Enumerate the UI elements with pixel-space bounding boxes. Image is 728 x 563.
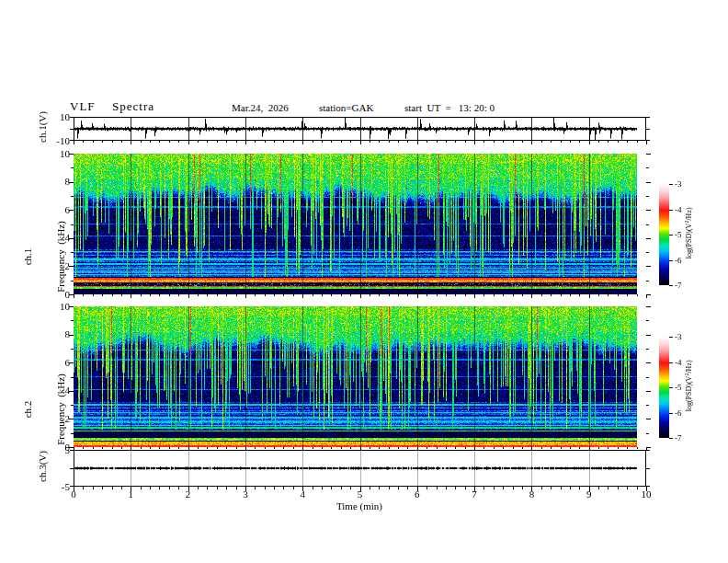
freq-tick-label: 8 bbox=[42, 328, 70, 339]
colorbar-tick-label: -3 bbox=[675, 179, 693, 189]
ch1-wave-ylabel: ch.1(V) bbox=[37, 72, 48, 182]
x-tick-label: 1 bbox=[119, 488, 142, 500]
vlf-spectra-page: VLF Spectra Mar.24, 2026 station=GAK sta… bbox=[0, 0, 728, 563]
freq-tick-label: 10 bbox=[42, 148, 70, 159]
x-tick-label: 7 bbox=[463, 488, 485, 500]
x-tick-label: 10 bbox=[635, 488, 657, 500]
freq-tick-label: 4 bbox=[42, 232, 70, 243]
ch1-spec-ylabel-line1: ch.1 bbox=[22, 201, 33, 312]
volt-tick-label: 5 bbox=[42, 444, 70, 455]
volt-tick-label: -5 bbox=[42, 481, 70, 492]
freq-tick-label: 6 bbox=[42, 357, 70, 368]
ch3-wave-ylabel: ch.3(V) bbox=[37, 411, 48, 522]
colorbar-tick-label: -7 bbox=[675, 433, 693, 442]
x-tick-label: 8 bbox=[520, 488, 542, 500]
x-tick-label: 4 bbox=[291, 488, 313, 500]
colorbar-tick-label: -5 bbox=[675, 230, 693, 239]
x-tick-label: 5 bbox=[349, 488, 371, 500]
x-axis-label: Time (min) bbox=[304, 500, 415, 511]
ch3-waveform-canvas bbox=[74, 450, 646, 487]
colorbar-ch1 bbox=[659, 184, 669, 285]
colorbar-tick-label: -5 bbox=[675, 383, 693, 392]
colorbar-tick-label: -6 bbox=[675, 256, 693, 265]
x-tick-label: 2 bbox=[177, 488, 199, 500]
freq-tick-label: 6 bbox=[42, 204, 70, 215]
volt-tick-label: -10 bbox=[42, 135, 70, 146]
colorbar-tick-label: -6 bbox=[675, 408, 693, 418]
freq-tick-label: 2 bbox=[42, 413, 70, 424]
freq-tick-label: 0 bbox=[42, 289, 70, 300]
colorbar-tick-label: -7 bbox=[675, 281, 693, 290]
freq-tick-label: 10 bbox=[42, 301, 70, 312]
ch2-spectrogram-canvas bbox=[74, 306, 646, 447]
freq-tick-label: 2 bbox=[42, 260, 70, 271]
volt-tick-label: 10 bbox=[42, 111, 70, 122]
x-tick-label: 9 bbox=[578, 488, 600, 500]
ch2-spec-ylabel-line1: ch.2 bbox=[22, 354, 33, 465]
freq-tick-label: 4 bbox=[42, 385, 70, 396]
x-tick-label: 6 bbox=[406, 488, 428, 500]
x-tick-label: 3 bbox=[234, 488, 256, 500]
colorbar-tick-label: -4 bbox=[675, 205, 693, 214]
ch1-waveform-canvas bbox=[74, 117, 646, 141]
colorbar-ch2 bbox=[659, 337, 669, 438]
colorbar-tick-label: -3 bbox=[675, 332, 693, 341]
ch1-spectrogram-canvas bbox=[74, 154, 646, 294]
colorbar-tick-label: -4 bbox=[675, 358, 693, 367]
freq-tick-label: 8 bbox=[42, 176, 70, 187]
